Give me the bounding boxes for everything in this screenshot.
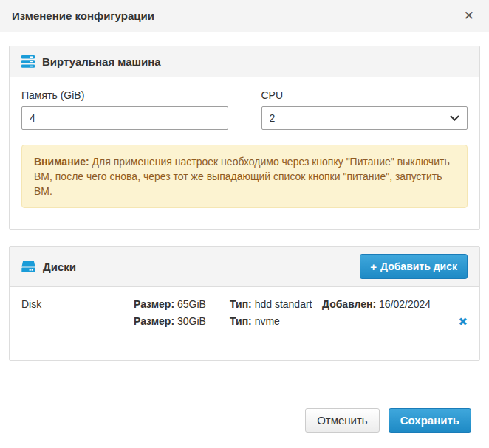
plus-icon: + <box>370 261 377 273</box>
disk-delete-cell: ✖ <box>451 296 468 331</box>
hdd-icon <box>21 260 35 273</box>
disks-panel-heading: Диски + Добавить диск <box>10 247 479 287</box>
memory-field: Память (GiB) <box>21 89 228 130</box>
add-disk-button[interactable]: + Добавить диск <box>360 254 468 279</box>
disks-panel-title: Диски <box>43 261 76 273</box>
modal-body: Виртуальная машина Память (GiB) CPU 2 <box>0 32 489 433</box>
warning-alert: Внимание: Для применения настроек необхо… <box>21 145 468 208</box>
server-icon <box>21 55 35 68</box>
add-disk-button-label: Добавить диск <box>380 261 457 272</box>
cpu-select[interactable]: 2 <box>261 106 468 130</box>
warning-text: Для применения настроек необходимо через… <box>34 156 450 197</box>
memory-input[interactable] <box>21 106 228 130</box>
vm-panel-body: Память (GiB) CPU 2 <box>10 77 479 229</box>
disk-added-column: Добавлен: 16/02/2024 <box>322 296 451 331</box>
cancel-button[interactable]: Отменить <box>305 408 380 433</box>
disk-size-column: Размер: 65GiB Размер: 30GiB <box>134 296 230 331</box>
save-button[interactable]: Сохранить <box>389 408 471 433</box>
modal-footer: Отменить Сохранить <box>9 408 480 433</box>
delete-disk-icon[interactable]: ✖ <box>458 315 468 328</box>
memory-label: Память (GiB) <box>21 89 228 101</box>
disk-row: Disk Размер: 65GiB Размер: 30GiB Тип: hd… <box>10 287 479 360</box>
disks-panel: Диски + Добавить диск Disk Размер: 65GiB… <box>9 246 480 361</box>
modal-header: Изменение конфигурации ✕ <box>0 0 489 32</box>
vm-panel-title: Виртуальная машина <box>42 55 161 68</box>
vm-panel: Виртуальная машина Память (GiB) CPU 2 <box>9 46 480 230</box>
cpu-label: CPU <box>261 89 468 101</box>
vm-panel-heading: Виртуальная машина <box>10 46 479 77</box>
close-icon[interactable]: ✕ <box>461 7 477 25</box>
warning-bold-label: Внимание: <box>34 156 89 168</box>
disk-type-column: Тип: hdd standart Тип: nvme <box>230 296 322 331</box>
modal-title: Изменение конфигурации <box>12 10 154 22</box>
disk-name: Disk <box>21 296 134 331</box>
cpu-field: CPU 2 <box>261 89 468 130</box>
